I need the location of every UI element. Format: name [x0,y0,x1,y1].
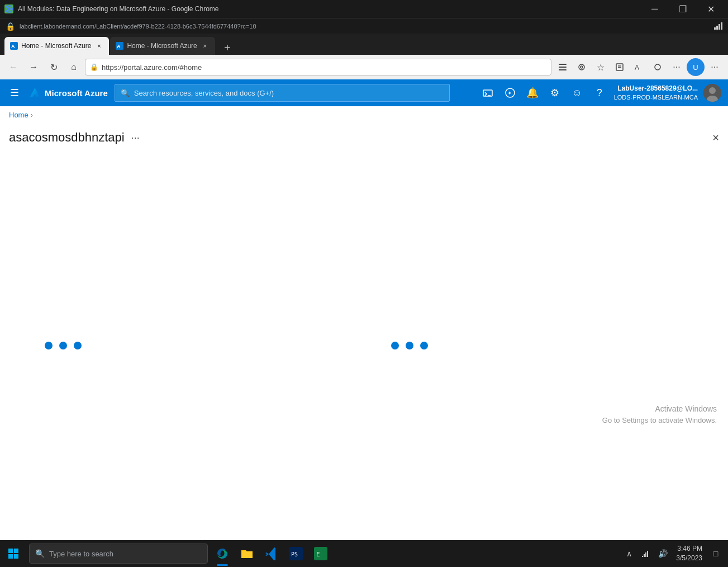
minimize-button[interactable]: ─ [642,0,668,18]
taskbar-right: ∧ 🔊 3:46 PM 3/5/2023 □ [621,544,728,563]
taskbar-date-text: 3/5/2023 [676,554,702,563]
svg-rect-11 [616,64,623,70]
settings-btn[interactable]: ⚙ [545,83,565,103]
volume-icon[interactable]: 🔊 [655,546,670,561]
taskbar-search[interactable]: 🔍 Type here to search [29,544,208,564]
notifications-btn[interactable]: 🔔 [522,83,543,103]
notification-icon[interactable]: □ [708,546,724,561]
window-controls: ─ ❐ ✕ [642,0,724,18]
loading-dots-left [45,342,82,349]
svg-point-15 [655,64,660,70]
title-bar: All Modules: Data Engineering on Microso… [0,0,728,18]
restore-button[interactable]: ❐ [670,0,696,18]
svg-text:A: A [635,64,639,72]
activate-windows-subtitle: Go to Settings to activate Windows. [602,415,717,426]
svg-rect-8 [559,69,567,70]
svg-text:A: A [117,44,121,49]
taskbar-clock[interactable]: 3:46 PM 3/5/2023 [672,544,707,563]
system-bar: 🔒 labclient.labondemand.com/LabClient/ac… [0,18,728,34]
tab-1[interactable]: A Home - Microsoft Azure × [4,37,109,55]
page-header: asacosmosdbhnztapi ··· × [9,130,719,145]
svg-point-1 [7,7,11,11]
start-button[interactable] [0,540,27,567]
collections-btn[interactable] [611,58,629,76]
breadcrumb-home[interactable]: Home [9,111,28,119]
windows-icon [8,548,19,559]
azure-logo-text: Microsoft Azure [45,88,108,98]
azure-logo[interactable]: Microsoft Azure [29,87,108,98]
favorites-btn[interactable]: ☆ [592,58,610,76]
network-icon[interactable] [638,546,654,561]
svg-rect-25 [8,554,13,559]
azure-search-bar[interactable]: 🔍 Search resources, services, and docs (… [115,84,450,102]
close-button[interactable]: ✕ [698,0,724,18]
activate-windows: Activate Windows Go to Settings to activ… [602,403,717,426]
svg-text:✦: ✦ [507,90,512,96]
azure-user-info[interactable]: LabUser-28565829@LO... LODS-PROD-MSLEARN… [614,84,698,101]
address-bar-row: ← → ↻ ⌂ 🔒 https://portal.azure.com/#home… [0,55,728,79]
taskbar-edge[interactable] [210,540,235,567]
lock-icon: 🔒 [6,22,15,31]
help-btn[interactable]: ? [589,83,610,103]
page-more-button[interactable]: ··· [131,132,140,144]
tab-1-favicon: A [10,42,18,50]
extra-app-icon: E [314,547,327,560]
tab-bar: A Home - Microsoft Azure × A Home - Micr… [0,34,728,55]
home-button[interactable]: ⌂ [65,58,83,76]
svg-rect-23 [8,549,13,553]
forward-button[interactable]: → [25,58,42,76]
address-text: https://portal.azure.com/#home [102,63,546,72]
profile-button[interactable]: U [687,58,705,76]
page-close-button[interactable]: × [712,131,719,144]
taskbar-powershell[interactable]: PS [284,540,308,567]
tab-1-close[interactable]: × [94,41,103,50]
loading-dots-right [391,342,428,349]
browser-actions: ☆ A ··· U ··· [554,58,724,76]
azure-avatar[interactable] [703,84,721,102]
read-aloud-btn[interactable]: A [630,58,648,76]
window-title: All Modules: Data Engineering on Microso… [18,5,219,13]
edge-icon [216,547,229,560]
profile-split-btn[interactable] [554,58,572,76]
feedback-btn[interactable]: ☺ [567,83,587,103]
reload-button[interactable]: ↻ [45,58,63,76]
tab-2-close[interactable]: × [201,41,210,50]
taskbar: 🔍 Type here to search [0,540,728,567]
new-tab-button[interactable]: + [218,40,236,55]
svg-point-21 [709,87,716,94]
azure-logo-icon [29,87,40,98]
tab-2-title: Home - Microsoft Azure [127,42,197,50]
activate-windows-title: Activate Windows [602,403,717,415]
taskbar-search-text: Type here to search [49,550,113,558]
loading-dot-2 [59,342,67,349]
system-bar-right [714,22,722,30]
svg-text:A: A [11,44,15,49]
immersive-reader-btn[interactable] [649,58,667,76]
svg-point-10 [581,66,583,68]
svg-rect-24 [14,549,18,553]
svg-rect-7 [559,67,567,68]
tray-expand-icon[interactable]: ∧ [621,546,637,561]
loading-dot-5 [406,342,413,349]
extensions-btn[interactable] [573,58,591,76]
chrome-icon [4,4,13,13]
hamburger-menu[interactable]: ☰ [7,83,22,102]
taskbar-vscode[interactable] [259,540,284,567]
title-bar-left: All Modules: Data Engineering on Microso… [4,4,219,13]
more-tools-btn[interactable]: ··· [668,58,686,76]
taskbar-file-explorer[interactable] [235,540,259,567]
cloud-shell-btn[interactable] [478,83,498,103]
azure-search-placeholder: Search resources, services, and docs (G+… [134,89,274,97]
loading-dot-4 [391,342,399,349]
page-content: asacosmosdbhnztapi ··· × Activate Window… [0,124,728,459]
svg-rect-26 [14,554,18,559]
settings-more-btn[interactable]: ··· [706,58,724,76]
back-button[interactable]: ← [4,58,22,76]
loading-dot-3 [74,342,82,349]
address-lock-icon: 🔒 [90,63,98,71]
taskbar-app-extra[interactable]: E [308,540,333,567]
tab-2[interactable]: A Home - Microsoft Azure × [110,37,215,55]
address-bar[interactable]: 🔒 https://portal.azure.com/#home [85,59,551,75]
copilot-btn[interactable]: ✦ [500,83,520,103]
search-icon: 🔍 [121,89,130,97]
